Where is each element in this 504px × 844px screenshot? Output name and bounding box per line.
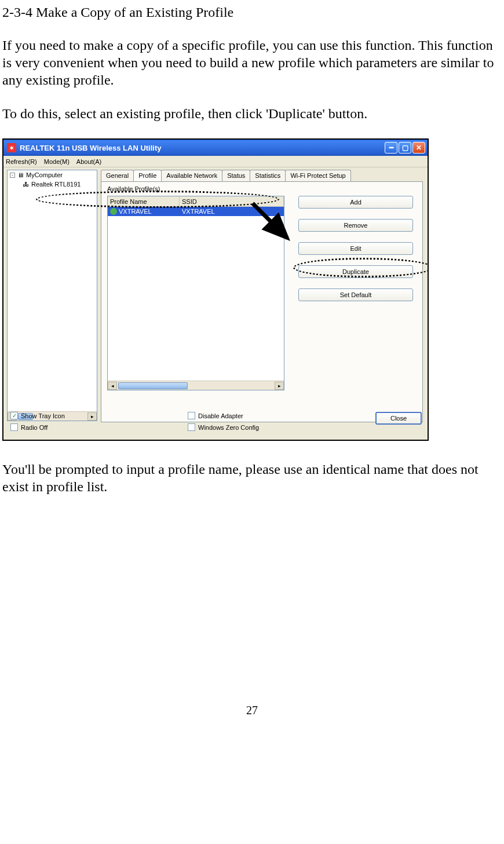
profile-row-selected[interactable]: VXTRAVEL VXTRAVEL bbox=[108, 207, 284, 216]
add-button[interactable]: Add bbox=[298, 196, 413, 209]
tab-status[interactable]: Status bbox=[222, 170, 250, 181]
page-number: 27 bbox=[2, 704, 502, 717]
remove-button[interactable]: Remove bbox=[298, 219, 413, 232]
menu-refresh[interactable]: Refresh(R) bbox=[6, 158, 37, 165]
close-button[interactable]: Close bbox=[375, 412, 422, 425]
checkbox-icon bbox=[188, 423, 195, 431]
wzc-checkbox[interactable]: Windows Zero Config bbox=[188, 423, 259, 431]
show-tray-checkbox[interactable]: ✓ Show Tray Icon bbox=[10, 412, 65, 419]
window-close-button[interactable]: ✕ bbox=[412, 142, 425, 154]
device-tree[interactable]: - 🖥 MyComputer 🖧 Realtek RTL8191 ◂ ▸ bbox=[7, 170, 97, 421]
tab-statistics[interactable]: Statistics bbox=[250, 170, 286, 181]
tree-collapse-icon[interactable]: - bbox=[10, 173, 15, 178]
column-profile-name-label: Profile Name bbox=[110, 198, 147, 205]
profile-status-icon bbox=[110, 208, 117, 215]
tab-available-network[interactable]: Available Network bbox=[161, 170, 222, 181]
checkbox-icon: ✓ bbox=[10, 412, 18, 419]
wzc-label: Windows Zero Config bbox=[198, 424, 259, 431]
maximize-button[interactable]: ▢ bbox=[399, 142, 411, 154]
list-header: Profile Name SSID bbox=[108, 196, 284, 207]
checkbox-icon bbox=[10, 423, 18, 431]
section-heading: 2-3-4 Make a Copy of an Existing Profile bbox=[2, 5, 502, 20]
scroll-left-icon[interactable]: ◂ bbox=[108, 382, 117, 390]
scroll-thumb[interactable] bbox=[118, 382, 188, 389]
bottom-options: ✓ Show Tray Icon Radio Off Disable Adapt… bbox=[8, 411, 423, 437]
profile-list[interactable]: Profile Name SSID VXTRAVEL VXTRAVEL ◂ bbox=[107, 196, 284, 390]
paragraph-followup: You'll be prompted to input a profile na… bbox=[2, 461, 502, 495]
monitor-icon: 🖥 bbox=[17, 171, 24, 178]
column-ssid-label: SSID bbox=[182, 198, 197, 205]
disable-adapter-checkbox[interactable]: Disable Adapter bbox=[188, 412, 243, 419]
paragraph-instruction: To do this, select an existing profile, … bbox=[2, 105, 502, 122]
tab-content-profile: Available Profile(s) Profile Name SSID V… bbox=[101, 181, 423, 422]
window-title: REALTEK 11n USB Wireless LAN Utility bbox=[20, 144, 162, 152]
available-profiles-label: Available Profile(s) bbox=[107, 185, 160, 192]
menu-about[interactable]: About(A) bbox=[76, 158, 101, 165]
show-tray-label: Show Tray Icon bbox=[21, 412, 65, 419]
menu-bar: Refresh(R) Mode(M) About(A) bbox=[3, 156, 428, 167]
profile-name-cell: VXTRAVEL bbox=[119, 208, 152, 215]
duplicate-button[interactable]: Duplicate bbox=[298, 265, 413, 278]
column-ssid[interactable]: SSID bbox=[180, 196, 284, 206]
app-icon: ✶ bbox=[7, 143, 16, 152]
disable-adapter-label: Disable Adapter bbox=[198, 412, 243, 419]
tab-general[interactable]: General bbox=[101, 170, 134, 181]
tab-strip: General Profile Available Network Status… bbox=[101, 170, 350, 181]
edit-button[interactable]: Edit bbox=[298, 242, 413, 255]
menu-mode[interactable]: Mode(M) bbox=[44, 158, 70, 165]
radio-off-checkbox[interactable]: Radio Off bbox=[10, 423, 48, 431]
list-scrollbar[interactable]: ◂ ▸ bbox=[108, 381, 284, 390]
scroll-right-icon[interactable]: ▸ bbox=[275, 382, 284, 390]
tab-profile[interactable]: Profile bbox=[133, 170, 162, 181]
checkbox-icon bbox=[188, 412, 195, 419]
window-titlebar[interactable]: ✶ REALTEK 11n USB Wireless LAN Utility ━… bbox=[3, 140, 428, 156]
column-profile-name[interactable]: Profile Name bbox=[108, 196, 180, 206]
radio-off-label: Radio Off bbox=[21, 424, 48, 431]
minimize-button[interactable]: ━ bbox=[385, 142, 397, 154]
app-screenshot: ✶ REALTEK 11n USB Wireless LAN Utility ━… bbox=[2, 138, 429, 441]
paragraph-intro: If you need to make a copy of a specific… bbox=[2, 36, 502, 89]
tree-adapter[interactable]: Realtek RTL8191 bbox=[31, 181, 81, 188]
profile-ssid-cell: VXTRAVEL bbox=[180, 208, 284, 215]
tree-root[interactable]: MyComputer bbox=[26, 171, 63, 178]
set-default-button[interactable]: Set Default bbox=[298, 288, 413, 301]
tab-wps[interactable]: Wi-Fi Protect Setup bbox=[285, 170, 350, 181]
adapter-icon: 🖧 bbox=[23, 181, 29, 188]
